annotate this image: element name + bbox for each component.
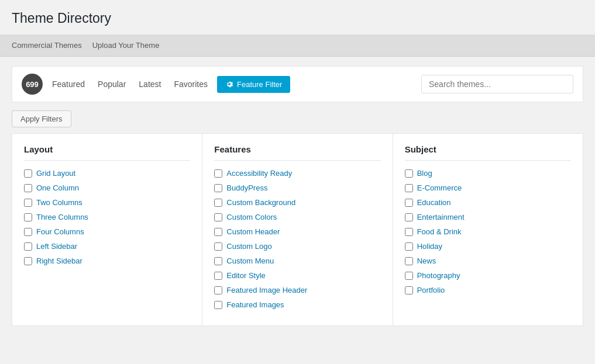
filter-item: BuddyPress bbox=[214, 183, 380, 192]
filter-item: Grid Layout bbox=[24, 169, 190, 178]
label-features-1[interactable]: BuddyPress bbox=[226, 183, 267, 192]
label-layout-1[interactable]: One Column bbox=[36, 183, 79, 192]
search-wrapper bbox=[421, 75, 573, 93]
filter-item: Entertainment bbox=[405, 213, 571, 221]
filter-item: News bbox=[405, 256, 571, 265]
filter-item: Custom Menu bbox=[214, 256, 380, 265]
checkbox-subject-5[interactable] bbox=[405, 242, 413, 251]
filter-item: Editor Style bbox=[214, 271, 380, 280]
checkbox-layout-6[interactable] bbox=[24, 257, 32, 265]
label-features-4[interactable]: Custom Header bbox=[226, 227, 280, 236]
filter-col-features: FeaturesAccessibility ReadyBuddyPressCus… bbox=[202, 134, 393, 325]
label-subject-7[interactable]: Photography bbox=[417, 271, 460, 280]
subnav-link-commercial[interactable]: Commercial Themes bbox=[12, 41, 82, 50]
search-input[interactable] bbox=[421, 75, 573, 93]
checkbox-features-7[interactable] bbox=[214, 272, 222, 280]
checkbox-subject-4[interactable] bbox=[405, 228, 413, 236]
checkbox-features-4[interactable] bbox=[214, 228, 222, 236]
label-features-6[interactable]: Custom Menu bbox=[226, 256, 274, 265]
label-subject-3[interactable]: Entertainment bbox=[417, 213, 465, 221]
checkbox-layout-0[interactable] bbox=[24, 169, 32, 178]
tab-popular[interactable]: Popular bbox=[94, 77, 129, 91]
gear-icon bbox=[225, 80, 233, 88]
label-features-8[interactable]: Featured Image Header bbox=[226, 286, 307, 294]
label-subject-4[interactable]: Food & Drink bbox=[417, 227, 462, 236]
tab-featured[interactable]: Featured bbox=[49, 77, 88, 91]
filter-col-subject: SubjectBlogE-CommerceEducationEntertainm… bbox=[393, 134, 583, 325]
checkbox-features-0[interactable] bbox=[214, 169, 222, 178]
feature-filter-label: Feature Filter bbox=[237, 80, 282, 89]
checkbox-layout-1[interactable] bbox=[24, 184, 32, 192]
checkbox-subject-1[interactable] bbox=[405, 184, 413, 192]
label-features-2[interactable]: Custom Background bbox=[226, 198, 295, 207]
checkbox-features-9[interactable] bbox=[214, 301, 222, 309]
label-layout-2[interactable]: Two Columns bbox=[36, 198, 82, 207]
filter-col-title-features: Features bbox=[214, 144, 380, 161]
filter-item: E-Commerce bbox=[405, 183, 571, 192]
filter-item: Photography bbox=[405, 271, 571, 280]
checkbox-features-8[interactable] bbox=[214, 286, 222, 294]
checkbox-subject-6[interactable] bbox=[405, 257, 413, 265]
label-features-3[interactable]: Custom Colors bbox=[226, 213, 277, 221]
label-features-5[interactable]: Custom Logo bbox=[226, 242, 271, 251]
filter-columns: LayoutGrid LayoutOne ColumnTwo ColumnsTh… bbox=[12, 133, 583, 326]
checkbox-layout-4[interactable] bbox=[24, 228, 32, 236]
label-layout-3[interactable]: Three Columns bbox=[36, 213, 88, 221]
filter-item: Accessibility Ready bbox=[214, 169, 380, 178]
label-layout-5[interactable]: Left Sidebar bbox=[36, 242, 77, 251]
filter-item: Right Sidebar bbox=[24, 256, 190, 265]
filter-item: Holiday bbox=[405, 242, 571, 251]
filter-item: Portfolio bbox=[405, 286, 571, 294]
checkbox-features-1[interactable] bbox=[214, 184, 222, 192]
label-subject-6[interactable]: News bbox=[417, 256, 436, 265]
checkbox-subject-8[interactable] bbox=[405, 286, 413, 294]
label-layout-4[interactable]: Four Columns bbox=[36, 227, 84, 236]
sub-nav: Commercial Themes Upload Your Theme bbox=[0, 34, 595, 57]
checkbox-layout-3[interactable] bbox=[24, 213, 32, 221]
checkbox-subject-7[interactable] bbox=[405, 272, 413, 280]
filter-col-title-layout: Layout bbox=[24, 144, 190, 161]
filter-item: Custom Colors bbox=[214, 213, 380, 221]
checkbox-layout-2[interactable] bbox=[24, 199, 32, 207]
checkbox-layout-5[interactable] bbox=[24, 242, 32, 251]
apply-filters-button[interactable]: Apply Filters bbox=[12, 110, 71, 127]
checkbox-subject-3[interactable] bbox=[405, 213, 413, 221]
filter-item: Custom Background bbox=[214, 198, 380, 207]
filter-item: Left Sidebar bbox=[24, 242, 190, 251]
filters-bar: Apply Filters bbox=[12, 102, 583, 133]
filter-item: Two Columns bbox=[24, 198, 190, 207]
toolbar: 699 Featured Popular Latest Favorites Fe… bbox=[12, 66, 583, 102]
filter-item: Three Columns bbox=[24, 213, 190, 221]
checkbox-features-2[interactable] bbox=[214, 199, 222, 207]
label-subject-0[interactable]: Blog bbox=[417, 169, 432, 178]
filter-item: Featured Image Header bbox=[214, 286, 380, 294]
label-features-9[interactable]: Featured Images bbox=[226, 300, 284, 309]
checkbox-features-3[interactable] bbox=[214, 213, 222, 221]
filter-col-title-subject: Subject bbox=[405, 144, 571, 161]
feature-filter-button[interactable]: Feature Filter bbox=[217, 76, 290, 93]
filter-item: Food & Drink bbox=[405, 227, 571, 236]
label-subject-2[interactable]: Education bbox=[417, 198, 451, 207]
label-features-0[interactable]: Accessibility Ready bbox=[226, 169, 292, 178]
filter-item: Education bbox=[405, 198, 571, 207]
checkbox-subject-0[interactable] bbox=[405, 169, 413, 178]
filter-item: Custom Header bbox=[214, 227, 380, 236]
tab-favorites[interactable]: Favorites bbox=[170, 77, 211, 91]
label-layout-0[interactable]: Grid Layout bbox=[36, 169, 75, 178]
tab-latest[interactable]: Latest bbox=[135, 77, 164, 91]
label-subject-5[interactable]: Holiday bbox=[417, 242, 442, 251]
label-features-7[interactable]: Editor Style bbox=[226, 271, 265, 280]
filter-item: Custom Logo bbox=[214, 242, 380, 251]
count-badge: 699 bbox=[22, 74, 43, 95]
page-title: Theme Directory bbox=[12, 11, 583, 26]
checkbox-features-6[interactable] bbox=[214, 257, 222, 265]
filter-item: Featured Images bbox=[214, 300, 380, 309]
checkbox-subject-2[interactable] bbox=[405, 199, 413, 207]
filter-item: One Column bbox=[24, 183, 190, 192]
subnav-link-upload[interactable]: Upload Your Theme bbox=[92, 41, 160, 50]
label-subject-1[interactable]: E-Commerce bbox=[417, 183, 462, 192]
label-layout-6[interactable]: Right Sidebar bbox=[36, 256, 82, 265]
checkbox-features-5[interactable] bbox=[214, 242, 222, 251]
label-subject-8[interactable]: Portfolio bbox=[417, 286, 445, 294]
filter-item: Four Columns bbox=[24, 227, 190, 236]
